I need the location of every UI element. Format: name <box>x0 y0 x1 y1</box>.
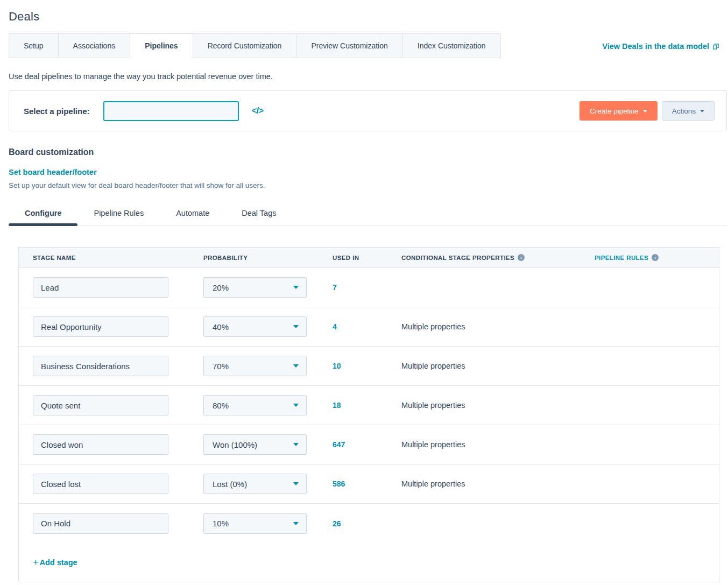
external-link-icon <box>712 43 719 50</box>
board-customization-heading: Board customization <box>9 147 719 157</box>
stage-row: Lost (0%) 586 Multiple properties <box>19 464 719 504</box>
view-data-model-link[interactable]: View Deals in the data model <box>602 42 719 58</box>
subtab-automate[interactable]: Automate <box>160 205 225 225</box>
stage-name-input[interactable] <box>33 513 168 534</box>
col-conditional-properties: CONDITIONAL STAGE PROPERTIES <box>401 254 595 261</box>
add-stage-button[interactable]: Add stage <box>33 557 77 568</box>
pipeline-selector-panel: Select a pipeline: Create pipeline Actio… <box>9 90 727 131</box>
plus-icon <box>33 557 40 568</box>
tab-preview-customization[interactable]: Preview Customization <box>296 33 402 58</box>
col-stage-name: STAGE NAME <box>33 255 203 261</box>
probability-value: 70% <box>213 362 229 371</box>
board-customization-section: Board customization Set board header/foo… <box>9 147 719 189</box>
used-in-count-link[interactable]: 26 <box>333 519 341 528</box>
stage-name-input[interactable] <box>33 474 168 494</box>
stage-table: STAGE NAME PROBABILITY USED IN CONDITION… <box>18 247 719 582</box>
pipeline-actions-group: Create pipeline Actions <box>579 101 715 121</box>
info-icon[interactable] <box>518 254 525 261</box>
probability-select[interactable]: 40% <box>203 316 307 337</box>
actions-label: Actions <box>672 107 696 115</box>
stage-row: Won (100%) 647 Multiple properties <box>19 425 719 464</box>
stage-name-input[interactable] <box>33 316 168 337</box>
used-in-count-link[interactable]: 647 <box>333 440 345 449</box>
subtab-configure[interactable]: Configure <box>9 205 77 225</box>
chevron-down-icon <box>643 110 647 112</box>
probability-value: 20% <box>213 283 229 292</box>
probability-select[interactable]: 20% <box>203 277 307 298</box>
probability-value: Lost (0%) <box>213 480 247 489</box>
tab-pipelines[interactable]: Pipelines <box>130 33 193 58</box>
source-code-icon[interactable] <box>252 105 264 116</box>
probability-value: 10% <box>213 519 229 528</box>
stage-row: 20% 7 <box>19 268 719 307</box>
chevron-down-icon <box>700 110 704 112</box>
probability-select[interactable]: 10% <box>203 513 307 534</box>
subtab-deal-tags[interactable]: Deal Tags <box>225 205 292 225</box>
stage-row: 80% 18 Multiple properties <box>19 386 719 425</box>
stage-name-input[interactable] <box>33 356 168 376</box>
info-icon[interactable] <box>652 254 659 261</box>
pipeline-subtabs: Configure Pipeline Rules Automate Deal T… <box>9 205 727 225</box>
conditional-properties-value: Multiple properties <box>401 401 465 410</box>
stage-table-body: 20% 7 40% 4 Multiple properties 7 <box>19 268 719 543</box>
conditional-properties-value: Multiple properties <box>401 362 465 370</box>
actions-button[interactable]: Actions <box>662 101 715 121</box>
board-customization-description: Set up your default view for deal board … <box>9 181 719 189</box>
used-in-count-link[interactable]: 7 <box>333 283 337 292</box>
used-in-count-link[interactable]: 586 <box>333 480 345 488</box>
add-stage-row: Add stage <box>19 543 719 582</box>
chevron-down-icon <box>293 325 299 328</box>
stage-name-input[interactable] <box>33 277 168 298</box>
col-used-in: USED IN <box>333 255 401 261</box>
stage-row: 10% 26 <box>19 504 719 543</box>
set-board-header-footer-link[interactable]: Set board header/footer <box>9 168 97 177</box>
probability-value: 40% <box>213 322 229 332</box>
used-in-count-link[interactable]: 10 <box>333 362 341 370</box>
pipeline-selector-label: Select a pipeline: <box>24 107 90 116</box>
stage-name-input[interactable] <box>33 395 168 415</box>
chevron-down-icon <box>293 286 299 289</box>
object-settings-tabs: Setup Associations Pipelines Record Cust… <box>9 33 501 58</box>
chevron-down-icon <box>293 364 299 368</box>
pipeline-subtabs-bar: Configure Pipeline Rules Automate Deal T… <box>9 205 727 225</box>
used-in-count-link[interactable]: 4 <box>333 322 337 331</box>
chevron-down-icon <box>293 482 299 485</box>
stage-name-input[interactable] <box>33 434 168 455</box>
create-pipeline-button[interactable]: Create pipeline <box>579 101 658 121</box>
col-probability: PROBABILITY <box>203 255 333 261</box>
probability-select[interactable]: Lost (0%) <box>203 474 307 494</box>
stage-row: 70% 10 Multiple properties <box>19 347 719 386</box>
tab-associations[interactable]: Associations <box>58 33 131 58</box>
probability-value: 80% <box>213 401 229 410</box>
top-tab-row: Setup Associations Pipelines Record Cust… <box>0 33 728 58</box>
pipelines-description: Use deal pipelines to manage the way you… <box>9 72 719 81</box>
col-pipeline-rules[interactable]: PIPELINE RULES <box>595 254 719 261</box>
used-in-count-link[interactable]: 18 <box>333 401 341 410</box>
probability-select[interactable]: Won (100%) <box>203 434 307 455</box>
page-title: Deals <box>9 10 728 24</box>
probability-select[interactable]: 70% <box>203 356 307 376</box>
stage-row: 40% 4 Multiple properties <box>19 307 719 347</box>
subtab-pipeline-rules[interactable]: Pipeline Rules <box>77 205 160 225</box>
chevron-down-icon <box>293 404 299 407</box>
conditional-properties-value: Multiple properties <box>401 480 465 488</box>
pipeline-select-input[interactable] <box>103 101 239 121</box>
tab-index-customization[interactable]: Index Customization <box>402 33 501 58</box>
conditional-properties-value: Multiple properties <box>401 440 465 449</box>
deals-settings-page: Deals Setup Associations Pipelines Recor… <box>0 0 728 582</box>
chevron-down-icon <box>293 522 299 525</box>
view-data-model-label: View Deals in the data model <box>602 42 709 51</box>
tab-record-customization[interactable]: Record Customization <box>193 33 297 58</box>
probability-value: Won (100%) <box>213 440 257 449</box>
stage-table-header: STAGE NAME PROBABILITY USED IN CONDITION… <box>19 248 719 268</box>
chevron-down-icon <box>293 443 299 446</box>
tab-setup[interactable]: Setup <box>9 33 59 58</box>
probability-select[interactable]: 80% <box>203 395 307 415</box>
create-pipeline-label: Create pipeline <box>590 107 639 115</box>
conditional-properties-value: Multiple properties <box>401 322 465 331</box>
